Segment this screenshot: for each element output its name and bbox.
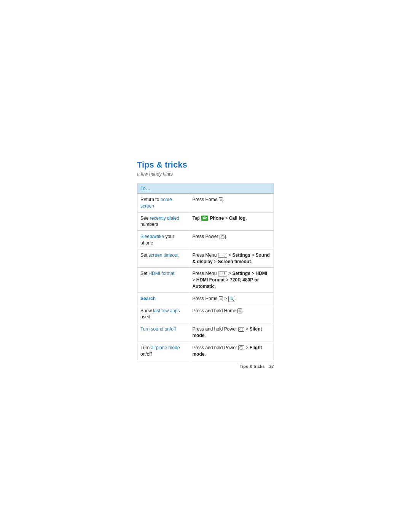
bold-screen-timeout: Screen timeout — [218, 259, 251, 264]
table-row: Set HDMI format Press Menu ⋮⋮ > Settings… — [137, 268, 274, 292]
table-row: Turn sound on/off Press and hold Power ◯… — [137, 323, 274, 342]
highlight-home-screen: home screen — [140, 197, 172, 209]
highlight-last-few-apps: last few apps — [153, 308, 180, 313]
highlight-turn-sound: Turn sound on/off — [140, 326, 176, 332]
instruction-bold-2: Call log — [229, 216, 245, 221]
power-icon: ◯ — [220, 235, 226, 240]
tips-table: To… Return to home screen Press Home ⌂. — [137, 183, 274, 360]
footer: Tips & tricks 27 — [137, 364, 274, 369]
table-cell-action: Turn sound on/off — [137, 323, 189, 342]
highlight-hdmi-format: HDMI format — [148, 271, 174, 276]
search-icon: 🔍 — [228, 296, 235, 302]
table-row: Set screen timeout Press Menu ⋮⋮ > Setti… — [137, 249, 274, 268]
table-cell-instruction: Press and hold Power ◯ > Flight mode. — [189, 342, 274, 360]
table-cell-action: Sleep/wake your phone — [137, 231, 189, 249]
table-cell-instruction: Press Home ⌂ > 🔍. — [189, 292, 274, 305]
table-cell-action: See recently dialed numbers — [137, 212, 189, 231]
table-cell-instruction: Press and hold Power ◯ > Silent mode. — [189, 323, 274, 342]
menu-icon-2: ⋮⋮ — [218, 272, 227, 276]
power-icon-2: ◯ — [238, 327, 244, 332]
page-subtitle: a few handy hints — [137, 171, 274, 177]
highlight-sleep-wake: Sleep/wake — [140, 234, 164, 239]
table-row: Return to home screen Press Home ⌂. — [137, 194, 274, 212]
table-cell-action: Search — [137, 292, 189, 305]
menu-icon: ⋮⋮ — [218, 253, 227, 258]
table-cell-instruction: Tap ☎ Phone > Call log. — [189, 212, 274, 231]
table-row: Search Press Home ⌂ > 🔍. — [137, 292, 274, 305]
table-cell-instruction: Press Home ⌂. — [189, 194, 274, 212]
table-cell-instruction: Press Power ◯. — [189, 231, 274, 249]
phone-icon: ☎ — [201, 216, 208, 221]
table-row: Show last few apps used Press and hold H… — [137, 305, 274, 323]
home-icon: ⌂ — [219, 197, 223, 202]
bold-settings-2: Settings — [232, 271, 250, 276]
section-wrapper: Tips & tricks a few handy hints To… Retu… — [137, 160, 274, 369]
table-row: See recently dialed numbers Tap ☎ Phone … — [137, 212, 274, 231]
table-cell-action: Show last few apps used — [137, 305, 189, 323]
table-row: Sleep/wake your phone Press Power ◯. — [137, 231, 274, 249]
table-cell-action: Turn airplane mode on/off — [137, 342, 189, 360]
footer-page-number: 27 — [269, 364, 274, 369]
highlight-recently-dialed: recently dialed — [150, 216, 179, 221]
table-header: To… — [137, 183, 274, 194]
bold-hdmi: HDMI — [255, 271, 267, 276]
bold-flight-mode: Flight mode — [192, 345, 262, 357]
bold-silent-mode: Silent mode — [192, 326, 262, 338]
table-row: Turn airplane mode on/off Press and hold… — [137, 342, 274, 360]
table-cell-action: Return to home screen — [137, 194, 189, 212]
page-title: Tips & tricks — [137, 160, 274, 170]
table-cell-instruction: Press and hold Home ⌂. — [189, 305, 274, 323]
instruction-bold: Phone — [210, 216, 224, 221]
table-cell-action: Set screen timeout — [137, 249, 189, 268]
home-icon-3: ⌂ — [237, 308, 242, 313]
highlight-screen-timeout: screen timeout — [148, 252, 178, 258]
table-cell-instruction: Press Menu ⋮⋮ > Settings > Sound & displ… — [189, 249, 274, 268]
highlight-search: Search — [140, 296, 156, 301]
page-content: Tips & tricks a few handy hints To… Retu… — [0, 0, 411, 369]
footer-section-label: Tips & tricks — [240, 364, 265, 369]
table-cell-action: Set HDMI format — [137, 268, 189, 292]
table-cell-instruction: Press Menu ⋮⋮ > Settings > HDMI > HDMI F… — [189, 268, 274, 292]
bold-settings: Settings — [232, 252, 250, 258]
power-icon-3: ◯ — [238, 345, 244, 350]
bold-hdmi-format: HDMI Format — [196, 277, 225, 283]
highlight-airplane-mode: airplane mode — [151, 345, 180, 350]
home-icon-2: ⌂ — [219, 296, 223, 301]
